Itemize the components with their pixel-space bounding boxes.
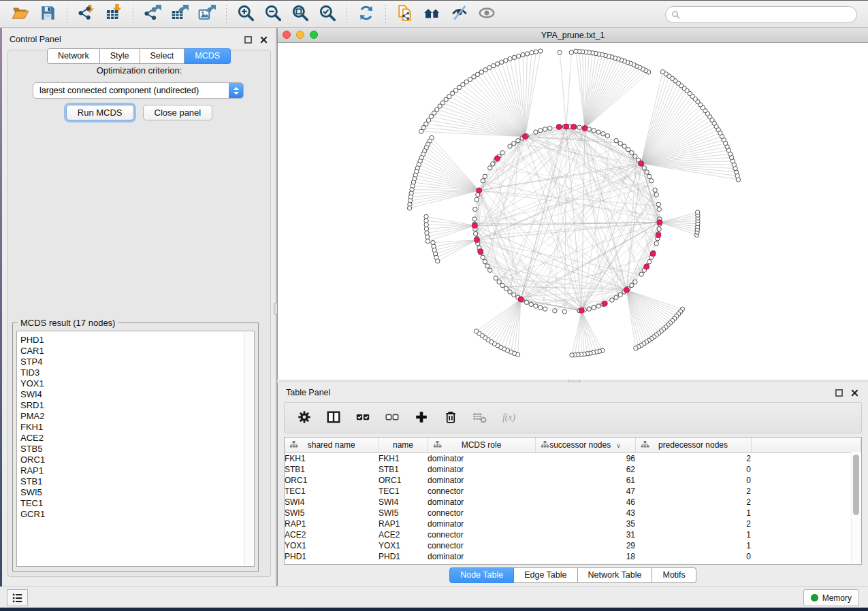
- duplicate-network-button[interactable]: [391, 3, 419, 25]
- list-item[interactable]: ACE2: [20, 433, 254, 444]
- save-session-button[interactable]: [34, 3, 61, 25]
- table-cell[interactable]: 2: [635, 486, 751, 497]
- table-cell[interactable]: connector: [428, 540, 535, 551]
- column-header[interactable]: name: [379, 437, 428, 453]
- table-row[interactable]: ACE2ACE2connector311: [285, 529, 861, 540]
- table-cell[interactable]: 61: [535, 475, 635, 486]
- tab-network[interactable]: Network: [47, 48, 100, 64]
- list-item[interactable]: TEC1: [20, 498, 254, 509]
- table-row[interactable]: RAP1RAP1dominator352: [285, 518, 861, 529]
- result-list-scrollbar[interactable]: [244, 332, 253, 565]
- table-row[interactable]: FKH1FKH1dominator962: [285, 453, 861, 465]
- table-cell[interactable]: FKH1: [285, 453, 379, 465]
- table-cell[interactable]: 2: [635, 453, 751, 465]
- list-item[interactable]: RAP1: [20, 465, 254, 476]
- hide-selected-button[interactable]: [446, 3, 473, 25]
- close-panel-icon[interactable]: [849, 388, 860, 397]
- table-cell[interactable]: YOX1: [285, 540, 379, 551]
- network-view-titlebar[interactable]: YPA_prune.txt_1: [278, 28, 868, 43]
- table-row[interactable]: PHD1PHD1dominator180: [285, 551, 861, 562]
- table-cell[interactable]: ACE2: [379, 529, 428, 540]
- close-window-icon[interactable]: [283, 31, 291, 39]
- table-cell[interactable]: TEC1: [285, 486, 379, 497]
- table-scrollbar[interactable]: [851, 452, 861, 564]
- import-table-button[interactable]: [100, 3, 127, 25]
- table-cell[interactable]: 1: [635, 508, 751, 518]
- column-header[interactable]: successor nodes∨: [535, 437, 635, 453]
- maximize-window-icon[interactable]: [310, 31, 318, 39]
- select-all-button[interactable]: [351, 406, 374, 429]
- table-cell[interactable]: 96: [535, 453, 635, 465]
- network-canvas[interactable]: [278, 43, 868, 380]
- column-header[interactable]: MCDS role: [428, 437, 535, 453]
- table-cell[interactable]: dominator: [428, 518, 535, 529]
- table-cell[interactable]: dominator: [428, 497, 535, 508]
- list-item[interactable]: SWI4: [20, 389, 254, 400]
- list-item[interactable]: STP4: [20, 357, 254, 367]
- table-cell[interactable]: 2: [635, 497, 751, 508]
- table-cell[interactable]: 46: [535, 497, 635, 508]
- refresh-layout-button[interactable]: [353, 3, 380, 25]
- list-item[interactable]: TID3: [20, 367, 254, 378]
- close-panel-button[interactable]: Close panel: [143, 105, 213, 120]
- table-cell[interactable]: 31: [535, 529, 635, 540]
- table-row[interactable]: TEC1TEC1connector472: [285, 486, 861, 497]
- export-image-button[interactable]: [193, 3, 221, 25]
- tab-edge-table[interactable]: Edge Table: [514, 567, 577, 583]
- table-cell[interactable]: 0: [635, 475, 751, 486]
- tab-mcds[interactable]: MCDS: [184, 48, 231, 64]
- delete-row-button[interactable]: [439, 406, 462, 429]
- table-cell[interactable]: SWI4: [285, 497, 379, 508]
- export-network-button[interactable]: [139, 3, 166, 25]
- search-box[interactable]: [665, 6, 857, 23]
- close-panel-icon[interactable]: [258, 35, 269, 44]
- table-cell[interactable]: ACE2: [285, 529, 379, 540]
- open-file-button[interactable]: [7, 3, 34, 25]
- optimization-criterion-dropdown[interactable]: largest connected component (undirected): [33, 82, 244, 99]
- task-history-button[interactable]: [7, 589, 28, 606]
- list-item[interactable]: FKH1: [20, 422, 254, 433]
- mcds-result-list[interactable]: PHD1CAR1STP4TID3YOX1SWI4SRD1PMA2FKH1ACE2…: [16, 331, 255, 567]
- list-item[interactable]: PMA2: [20, 411, 254, 422]
- table-cell[interactable]: RAP1: [379, 518, 428, 529]
- table-cell[interactable]: ORC1: [285, 475, 379, 486]
- table-cell[interactable]: connector: [428, 529, 535, 540]
- column-header[interactable]: predecessor nodes: [635, 437, 751, 453]
- table-cell[interactable]: dominator: [428, 551, 535, 562]
- table-cell[interactable]: YOX1: [379, 540, 428, 551]
- import-network-button[interactable]: [73, 3, 100, 25]
- table-cell[interactable]: dominator: [428, 453, 535, 465]
- table-cell[interactable]: 18: [535, 551, 635, 562]
- list-item[interactable]: YOX1: [20, 378, 254, 389]
- float-panel-icon[interactable]: [833, 388, 844, 397]
- table-cell[interactable]: 1: [635, 540, 751, 551]
- tab-style[interactable]: Style: [100, 48, 140, 64]
- export-table-button[interactable]: [166, 3, 193, 25]
- list-item[interactable]: ORC1: [20, 455, 254, 465]
- scrollbar-thumb[interactable]: [853, 455, 859, 515]
- list-item[interactable]: PHD1: [20, 335, 254, 346]
- table-settings-button[interactable]: [293, 406, 316, 429]
- table-cell[interactable]: 2: [635, 518, 751, 529]
- zoom-in-button[interactable]: [232, 3, 259, 25]
- table-cell[interactable]: PHD1: [285, 551, 379, 562]
- table-row[interactable]: SWI4SWI4dominator462: [285, 497, 861, 508]
- table-cell[interactable]: ORC1: [379, 475, 428, 486]
- deselect-all-button[interactable]: [381, 406, 404, 429]
- table-cell[interactable]: 0: [635, 464, 751, 475]
- table-cell[interactable]: dominator: [428, 475, 535, 486]
- zoom-fit-button[interactable]: [287, 3, 314, 25]
- table-cell[interactable]: connector: [428, 508, 535, 518]
- table-cell[interactable]: SWI5: [285, 508, 379, 518]
- table-row[interactable]: ORC1ORC1dominator610: [285, 475, 861, 486]
- memory-button[interactable]: Memory: [803, 589, 859, 606]
- run-mcds-button[interactable]: Run MCDS: [66, 105, 134, 120]
- list-item[interactable]: CAR1: [20, 346, 254, 357]
- minimize-window-icon[interactable]: [296, 31, 304, 39]
- tab-network-table[interactable]: Network Table: [578, 567, 653, 583]
- table-cell[interactable]: 62: [535, 464, 635, 475]
- table-cell[interactable]: SWI4: [379, 497, 428, 508]
- list-item[interactable]: STB5: [20, 444, 254, 455]
- column-header[interactable]: shared name: [285, 437, 379, 453]
- add-row-button[interactable]: [410, 406, 433, 429]
